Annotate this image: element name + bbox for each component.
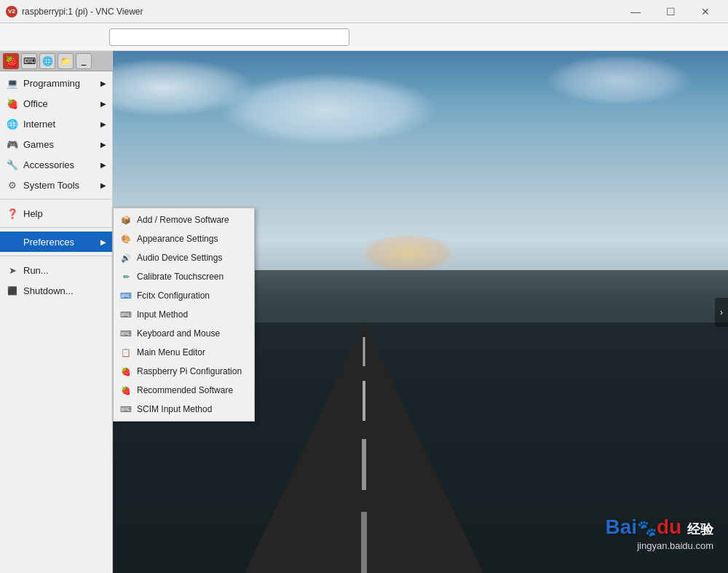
submenu-item-raspi-config[interactable]: 🍓 Raspberry Pi Configuration <box>114 362 254 381</box>
office-arrow: ▶ <box>100 100 106 108</box>
raspi-config-label: Raspberry Pi Configuration <box>137 366 242 376</box>
audio-icon: 🔊 <box>119 251 132 264</box>
folder-button[interactable]: 📁 <box>58 53 74 69</box>
submenu-item-calibrate[interactable]: ✏ Calibrate Touchscreen <box>114 267 254 286</box>
menu-item-games[interactable]: 🎮 Games ▶ <box>0 134 112 154</box>
minimize-button[interactable]: — <box>619 0 652 23</box>
menu-item-help[interactable]: ❓ Help <box>0 203 112 224</box>
cloud-2 <box>218 73 437 146</box>
road-line-3 <box>362 439 366 490</box>
submenu-item-scim[interactable]: ⌨ SCIM Input Method <box>114 400 254 419</box>
run-icon: ➤ <box>6 264 19 277</box>
menu-item-internet[interactable]: 🌐 Internet ▶ <box>0 114 112 134</box>
menu-item-accessories[interactable]: 🔧 Accessories ▶ <box>0 154 112 175</box>
add-remove-label: Add / Remove Software <box>137 215 229 225</box>
internet-icon: 🌐 <box>6 117 19 130</box>
raspberry-menu-button[interactable]: 🍓 <box>3 53 19 69</box>
menu-item-preferences[interactable]: ☰ Preferences ▶ <box>0 232 112 252</box>
vnc-icon-text: V2 <box>8 8 15 15</box>
fcitx-icon: ⌨ <box>119 289 132 302</box>
baidu-url: jingyan.baidu.com <box>605 540 713 551</box>
keyboard-button[interactable]: ⌨ <box>21 53 37 69</box>
internet-arrow: ▶ <box>100 120 106 128</box>
preferences-icon: ☰ <box>6 235 19 248</box>
menu-items: 💻 Programming ▶ 🍓 Office ▶ 🌐 Internet ▶ … <box>0 71 112 197</box>
accessories-label: Accessories <box>23 159 74 170</box>
vnc-content: V2 ⊕ | 🔊 1 % 09:34 <box>0 51 728 573</box>
vnc-scroll-right[interactable]: › <box>715 298 728 327</box>
submenu-item-fcitx[interactable]: ⌨ Fcitx Configuration <box>114 286 254 305</box>
road-line-4 <box>361 512 367 573</box>
programming-label: Programming <box>23 78 80 89</box>
recommended-icon: 🍓 <box>119 384 132 397</box>
input-method-label: Input Method <box>137 309 188 320</box>
globe-button[interactable]: 🌐 <box>39 53 55 69</box>
preferences-label: Preferences <box>23 237 74 248</box>
maximize-button[interactable]: ☐ <box>654 0 687 23</box>
baidu-paw-icon: 🐾 <box>637 519 657 538</box>
menu-divider-3 <box>0 256 112 256</box>
cloud-3 <box>546 55 692 106</box>
submenu-item-keyboard-mouse[interactable]: ⌨ Keyboard and Mouse <box>114 324 254 343</box>
run-label: Run... <box>23 265 49 276</box>
baidu-text-2: du <box>657 515 681 538</box>
baidu-suffix: 经验 <box>687 522 713 537</box>
add-remove-icon: 📦 <box>119 213 132 226</box>
help-icon: ❓ <box>6 207 19 220</box>
address-input[interactable] <box>109 28 349 46</box>
vnc-icon: V2 <box>6 6 17 17</box>
input-method-icon: ⌨ <box>119 308 132 321</box>
submenu-item-main-menu[interactable]: 📋 Main Menu Editor <box>114 343 254 362</box>
accessories-arrow: ▶ <box>100 161 106 169</box>
office-icon: 🍓 <box>6 97 19 110</box>
main-menu-label: Main Menu Editor <box>137 347 205 357</box>
baidu-watermark: Bai🐾du 经验 jingyan.baidu.com <box>605 515 713 551</box>
rpi-taskbar: 🍓 ⌨ 🌐 📁 _ <box>0 51 112 71</box>
calibrate-label: Calibrate Touchscreen <box>137 272 223 282</box>
preferences-submenu: 📦 Add / Remove Software 🎨 Appearance Set… <box>113 208 255 422</box>
submenu-item-input-method[interactable]: ⌨ Input Method <box>114 305 254 324</box>
titlebar-title: raspberrypi:1 (pi) - VNC Viewer <box>22 7 619 17</box>
internet-label: Internet <box>23 119 55 130</box>
menu-item-office[interactable]: 🍓 Office ▶ <box>0 93 112 114</box>
menu-item-system-tools[interactable]: ⚙ System Tools ▶ <box>0 175 112 195</box>
recommended-label: Recommended Software <box>137 385 233 395</box>
road-line-2 <box>363 381 365 421</box>
menu-items-4: ➤ Run... ⬛ Shutdown... <box>0 258 112 302</box>
submenu-item-recommended[interactable]: 🍓 Recommended Software <box>114 381 254 400</box>
games-label: Games <box>23 139 54 150</box>
folder-icon: 📁 <box>60 56 71 66</box>
games-icon: 🎮 <box>6 138 19 151</box>
submenu-item-add-remove[interactable]: 📦 Add / Remove Software <box>114 210 254 229</box>
preferences-arrow: ▶ <box>100 238 106 246</box>
menu-divider-1 <box>0 199 112 199</box>
close-button[interactable]: ✕ <box>689 0 722 23</box>
submenu-item-audio[interactable]: 🔊 Audio Device Settings <box>114 248 254 267</box>
programming-icon: 💻 <box>6 76 19 90</box>
submenu-item-appearance[interactable]: 🎨 Appearance Settings <box>114 229 254 248</box>
shutdown-label: Shutdown... <box>23 285 74 296</box>
audio-label: Audio Device Settings <box>137 253 222 263</box>
keyboard-icon: ⌨ <box>23 56 36 66</box>
main-menu-icon: 📋 <box>119 346 132 359</box>
window-controls: — ☐ ✕ <box>619 0 722 23</box>
raspi-config-icon: 🍓 <box>119 365 132 378</box>
appearance-icon: 🎨 <box>119 232 132 245</box>
accessories-icon: 🔧 <box>6 158 19 171</box>
baidu-logo: Bai🐾du 经验 <box>605 515 713 539</box>
keyboard-mouse-icon: ⌨ <box>119 327 132 340</box>
menu-item-programming[interactable]: 💻 Programming ▶ <box>0 73 112 93</box>
scim-icon: ⌨ <box>119 403 132 416</box>
vnc-toolbar <box>0 23 728 51</box>
menu-item-shutdown[interactable]: ⬛ Shutdown... <box>0 280 112 301</box>
fcitx-label: Fcitx Configuration <box>137 291 210 301</box>
menu-items-2: ❓ Help <box>0 202 112 225</box>
road-line-1 <box>363 337 365 366</box>
system-tools-label: System Tools <box>23 180 79 191</box>
menu-panel: 🍓 ⌨ 🌐 📁 _ 💻 Programming ▶ 🍓 <box>0 51 113 573</box>
system-tools-icon: ⚙ <box>6 178 19 191</box>
menu-item-run[interactable]: ➤ Run... <box>0 260 112 280</box>
games-arrow: ▶ <box>100 141 106 149</box>
terminal-button[interactable]: _ <box>76 53 92 69</box>
programming-arrow: ▶ <box>100 79 106 87</box>
